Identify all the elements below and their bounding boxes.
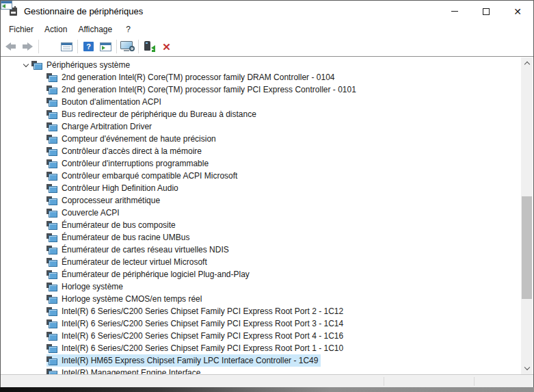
forward-button[interactable] <box>19 38 36 55</box>
back-arrow-icon <box>5 42 16 51</box>
menubar: Fichier Action Affichage ? <box>1 22 533 37</box>
window-title: Gestionnaire de périphériques <box>24 6 143 16</box>
menu-help[interactable]: ? <box>120 23 136 36</box>
tree-item-label: Horloge système <box>62 282 123 291</box>
tree-item[interactable]: Énumérateur de cartes réseau virtuelles … <box>1 244 521 256</box>
maximize-icon <box>483 8 490 15</box>
maximize-button[interactable] <box>470 1 502 22</box>
chevron-down-icon <box>524 365 529 370</box>
vertical-scrollbar[interactable] <box>521 57 533 374</box>
tree-item-label: Contrôleur d'accès direct à la mémoire <box>62 146 202 156</box>
device-manager-window: Gestionnaire de périphériques ✕ Fichier … <box>0 0 534 387</box>
expand-collapse-chevron[interactable] <box>20 64 31 66</box>
tree-item[interactable]: Bouton d'alimentation ACPI <box>1 96 521 108</box>
tree-item-label: Intel(R) 6 Series/C200 Series Chipset Fa… <box>62 331 343 341</box>
tree-item[interactable]: 2nd generation Intel(R) Core(TM) process… <box>1 83 521 96</box>
device-icon <box>46 246 57 254</box>
tree-item-label: Intel(R) 6 Series/C200 Series Chipset Fa… <box>62 319 343 328</box>
tree-item-label: Contrôleur embarqué compatible ACPI Micr… <box>62 171 237 181</box>
scroll-up-button[interactable] <box>521 57 533 69</box>
tree-item[interactable]: Bus redirecteur de périphérique du Burea… <box>1 108 521 120</box>
tree-item[interactable]: Horloge système <box>1 280 521 293</box>
update-driver-icon <box>144 41 155 52</box>
tree-item[interactable]: Intel(R) Management Engine Interface <box>1 367 521 374</box>
toolbar-separator <box>77 40 78 53</box>
close-icon: ✕ <box>513 7 522 16</box>
tree-item-label: Contrôleur High Definition Audio <box>62 183 178 193</box>
system-devices-icon <box>31 61 42 70</box>
action-pane-icon <box>100 42 111 51</box>
tree-item[interactable]: 2nd generation Intel(R) Core(TM) process… <box>1 71 521 83</box>
menu-fichier[interactable]: Fichier <box>3 23 39 36</box>
statusbar <box>1 374 533 387</box>
scan-hardware-icon <box>120 40 135 53</box>
tree-item[interactable]: Contrôleur d'interruptions programmable <box>1 157 521 170</box>
help-button[interactable]: ? <box>80 38 97 55</box>
toolbar-separator <box>38 40 39 53</box>
tree-item[interactable]: Énumérateur de bus composite <box>1 219 521 231</box>
tree-item[interactable]: Intel(R) 6 Series/C200 Series Chipset Fa… <box>1 330 521 342</box>
tree-item[interactable]: Charge Arbitration Driver <box>1 120 521 133</box>
device-icon <box>46 295 57 304</box>
scrollbar-thumb[interactable] <box>522 196 532 299</box>
scroll-down-button[interactable] <box>521 363 533 374</box>
tree-item-selected[interactable]: Intel(R) HM65 Express Chipset Family LPC… <box>1 354 521 367</box>
uninstall-x-icon: ✕ <box>162 42 171 52</box>
device-icon <box>46 122 57 131</box>
scan-hardware-changes-button[interactable] <box>119 38 136 55</box>
menu-affichage[interactable]: Affichage <box>72 23 118 36</box>
device-icon <box>46 98 57 107</box>
tree-root-peripheriques-systeme[interactable]: Périphériques système <box>1 59 521 71</box>
device-icon <box>46 369 57 375</box>
statusbar-separator <box>474 377 475 386</box>
menu-action[interactable]: Action <box>39 23 72 36</box>
tree-item-label: Intel(R) 6 Series/C200 Series Chipset Fa… <box>62 343 343 353</box>
tree-item-label: Compteur d'événement de haute précision <box>62 134 216 144</box>
device-icon <box>46 356 57 365</box>
tree-item-label: Intel(R) HM65 Express Chipset Family LPC… <box>62 356 318 365</box>
device-icon <box>46 184 57 193</box>
close-button[interactable]: ✕ <box>502 1 533 22</box>
properties-button[interactable] <box>58 38 75 55</box>
tree-item-label: Bus redirecteur de périphérique du Burea… <box>62 109 256 119</box>
tree-item-label: Énumérateur de bus composite <box>62 220 176 230</box>
back-button[interactable] <box>2 38 19 55</box>
device-icon <box>46 110 57 119</box>
minimize-icon <box>451 11 458 12</box>
tree-item[interactable]: Énumérateur de bus racine UMBus <box>1 231 521 244</box>
tree-root-label: Périphériques système <box>46 60 130 70</box>
update-driver-button[interactable] <box>141 38 158 55</box>
tree-item[interactable]: Compteur d'événement de haute précision <box>1 133 521 145</box>
tree-item[interactable]: Couvercle ACPI <box>1 207 521 219</box>
tree-item[interactable]: Énumérateur de lecteur virtuel Microsoft <box>1 256 521 268</box>
caption-buttons: ✕ <box>439 1 533 22</box>
tree-item[interactable]: Coprocesseur arithmétique <box>1 194 521 207</box>
minimize-button[interactable] <box>439 1 470 22</box>
uninstall-device-button[interactable]: ✕ <box>158 38 175 55</box>
chevron-down-icon <box>23 61 28 66</box>
tree-item[interactable]: Intel(R) 6 Series/C200 Series Chipset Fa… <box>1 317 521 330</box>
device-icon <box>46 319 57 328</box>
toolbar: ? ✕ <box>1 37 533 57</box>
tree-item-label: Contrôleur d'interruptions programmable <box>62 159 209 168</box>
tree-item-label: Énumérateur de périphérique logiciel Plu… <box>62 270 250 279</box>
tree-item[interactable]: Énumérateur de périphérique logiciel Plu… <box>1 268 521 280</box>
tree-item[interactable]: Intel(R) 6 Series/C200 Series Chipset Fa… <box>1 305 521 317</box>
tree-item-label: Intel(R) Management Engine Interface <box>62 368 200 374</box>
tree-item[interactable]: Contrôleur embarqué compatible ACPI Micr… <box>1 170 521 182</box>
tree-item[interactable]: Intel(R) 6 Series/C200 Series Chipset Fa… <box>1 342 521 354</box>
desktop-background-strip <box>0 387 534 392</box>
device-icon <box>46 159 57 168</box>
properties-icon <box>61 42 72 51</box>
toolbar-separator <box>116 40 117 53</box>
device-icon <box>46 283 57 291</box>
device-icon <box>46 258 57 267</box>
action-pane-button[interactable] <box>97 38 114 55</box>
device-icon <box>46 172 57 181</box>
tree-item[interactable]: Contrôleur High Definition Audio <box>1 182 521 194</box>
device-icon <box>46 209 57 218</box>
show-console-tree-button[interactable] <box>41 38 58 55</box>
device-icon <box>46 147 57 156</box>
tree-item[interactable]: Horloge système CMOS/en temps réel <box>1 293 521 305</box>
tree-item[interactable]: Contrôleur d'accès direct à la mémoire <box>1 145 521 157</box>
